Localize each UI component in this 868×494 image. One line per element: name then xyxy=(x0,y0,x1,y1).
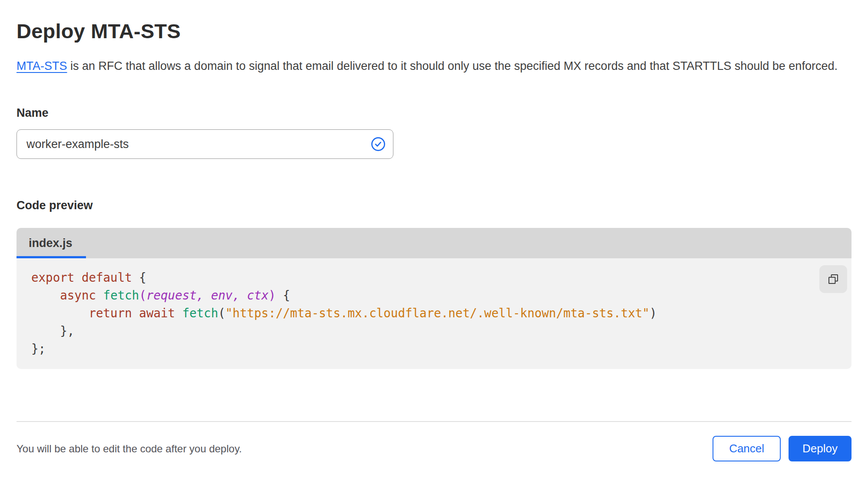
footer-note: You will be able to edit the code after … xyxy=(17,443,242,455)
page-title: Deploy MTA-STS xyxy=(17,19,851,43)
name-input[interactable] xyxy=(17,129,393,159)
deploy-button[interactable]: Deploy xyxy=(789,436,851,461)
tab-label: index.js xyxy=(29,237,73,250)
cancel-button[interactable]: Cancel xyxy=(713,436,781,461)
description: MTA-STS is an RFC that allows a domain t… xyxy=(17,56,846,76)
deploy-mta-sts-page: Deploy MTA-STS MTA-STS is an RFC that al… xyxy=(0,19,868,461)
footer-buttons: Cancel Deploy xyxy=(713,436,851,461)
code-editor-area: export default { async fetch(request, en… xyxy=(17,258,851,369)
code-preview-label: Code preview xyxy=(17,199,851,212)
code-content: export default { async fetch(request, en… xyxy=(31,269,812,358)
copy-code-button[interactable] xyxy=(819,265,847,293)
name-input-wrapper xyxy=(17,129,393,159)
footer: You will be able to edit the code after … xyxy=(17,436,851,461)
footer-divider xyxy=(17,421,851,422)
name-label: Name xyxy=(17,106,851,120)
copy-icon xyxy=(827,273,840,286)
mta-sts-link[interactable]: MTA-STS xyxy=(17,59,67,72)
description-text: is an RFC that allows a domain to signal… xyxy=(67,59,838,72)
check-circle-icon xyxy=(370,136,386,152)
code-preview-card: index.js export default { async fetch(re… xyxy=(17,228,851,369)
tab-indexjs[interactable]: index.js xyxy=(17,228,86,258)
code-tab-bar: index.js xyxy=(17,228,851,258)
